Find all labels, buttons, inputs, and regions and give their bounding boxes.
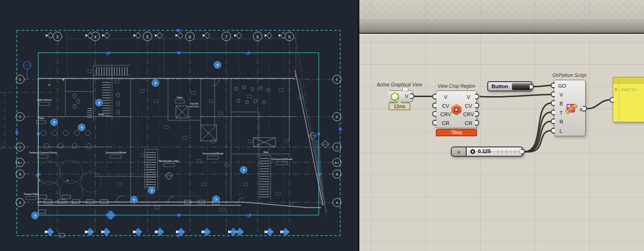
floorplan-svg: 3 4 5 6 7 8 9 EE (0, 0, 359, 251)
svg-text:Stair: Stair (98, 113, 103, 116)
crop-input-nub-cr[interactable] (432, 120, 436, 126)
svg-text:Residential Lobby: Residential Lobby (159, 160, 179, 162)
grasshopper-canvas[interactable]: Active Graphical View ↓ V 12ms View Crop… (359, 0, 644, 251)
svg-text:?: ? (80, 126, 83, 130)
python-output-a: a (580, 105, 582, 113)
wire-button-to-python-go[interactable] (534, 85, 551, 87)
svg-text:4: 4 (94, 35, 96, 39)
svg-text:D: D (19, 115, 21, 119)
active-view-node-label: Active Graphical View (376, 82, 423, 87)
panel-margin-divider (619, 77, 619, 122)
panel-item-index: 0 (615, 87, 617, 92)
view-crop-node-label: View Crop Region (433, 84, 480, 89)
crop-output-cr: CR (461, 119, 476, 127)
python-node-label: GhPython Script (546, 73, 593, 78)
python-input-b: B (560, 100, 563, 107)
svg-text:?: ? (150, 188, 153, 193)
view-crop-node[interactable]: V CV CRV CR V CV CRV CR (436, 91, 477, 128)
svg-text:Pocket Park: Pocket Park (24, 193, 38, 195)
runtime-badge-activeview: 12ms (389, 103, 410, 110)
crop-output-nub-cr[interactable] (475, 120, 479, 126)
svg-text:C: C (336, 146, 338, 149)
svg-text:Commercial/Retail: Commercial/Retail (105, 151, 126, 154)
svg-text:E: E (336, 78, 338, 81)
crop-output-cv: CV (461, 102, 476, 110)
panel-item-value: <null> (621, 87, 637, 92)
svg-text:B.1: B.1 (335, 161, 339, 164)
svg-text:?: ? (34, 214, 36, 218)
python-input-t: T (560, 109, 563, 117)
svg-text:Trash Bin: Trash Bin (189, 103, 199, 105)
set-active-view-icon: ↓ (390, 92, 399, 101)
python-input-nub-l[interactable] (551, 128, 555, 133)
svg-text:Utility: Utility (176, 96, 183, 99)
wire-crop-to-python-v[interactable] (480, 95, 551, 97)
python-input-v: V (560, 91, 563, 98)
slider-rail[interactable]: 0.125 (467, 147, 523, 156)
svg-text:and Chute: and Chute (189, 105, 199, 108)
slider-name-label: u (452, 147, 467, 156)
crop-input-v: V (438, 93, 453, 101)
python-input-nub-b[interactable] (551, 100, 555, 106)
slider-value: 0.125 (478, 148, 491, 154)
crop-input-nub-cv[interactable] (432, 103, 436, 108)
button-output-nub[interactable] (530, 84, 534, 90)
slider-ticks (498, 150, 520, 154)
crop-input-crv: CRV (438, 111, 453, 118)
crop-output-nub-cv[interactable] (475, 103, 479, 108)
svg-text:A: A (19, 201, 21, 204)
python-input-nub-r[interactable] (551, 119, 555, 124)
svg-text:Stair: Stair (263, 151, 268, 153)
slider-grip[interactable] (470, 149, 475, 154)
svg-text:?: ? (216, 63, 219, 68)
svg-text:B: B (336, 173, 338, 176)
panel-top-strip (613, 77, 644, 84)
wire-layer[interactable] (359, 0, 644, 251)
svg-text:Commercial/Retail: Commercial/Retail (272, 158, 293, 160)
app-window: 3 4 5 6 7 8 9 EE (0, 0, 644, 251)
svg-text:?: ? (215, 197, 217, 202)
revit-viewport[interactable]: 3 4 5 6 7 8 9 EE (0, 0, 359, 251)
data-panel[interactable]: 0 <null> (613, 77, 644, 122)
svg-text:8: 8 (256, 35, 259, 39)
svg-text:Commercial/Retail: Commercial/Retail (203, 152, 224, 155)
python-input-nub-v[interactable] (551, 91, 555, 97)
crop-input-nub-v[interactable] (432, 94, 436, 99)
svg-text:?: ? (53, 120, 56, 125)
crop-output-v: V (461, 93, 476, 101)
panel-input-nub[interactable] (609, 97, 614, 103)
svg-text:B.1: B.1 (18, 161, 22, 164)
svg-text:5: 5 (146, 35, 148, 39)
python-input-go: GO (558, 82, 566, 90)
python-input-nub-go[interactable] (551, 83, 555, 88)
python-input-r: R (560, 118, 563, 126)
svg-text:E: E (19, 78, 21, 81)
svg-text:Cafe Kitchen: Cafe Kitchen (37, 98, 52, 101)
runtime-badge-viewcrop: 79ms (436, 129, 477, 136)
svg-text:Outdoor Covered Dining: Outdoor Covered Dining (29, 151, 56, 154)
svg-text:7: 7 (225, 35, 227, 39)
python-node[interactable]: GO V B T R L OLD a (553, 80, 586, 136)
crop-input-nub-crv[interactable] (432, 111, 436, 117)
svg-text:B: B (19, 173, 21, 176)
svg-text:?: ? (98, 101, 100, 105)
component-tag (402, 87, 408, 91)
python-input-nub-t[interactable] (551, 110, 555, 115)
button-press-area[interactable] (512, 83, 531, 90)
svg-text:6: 6 (189, 35, 191, 39)
crop-input-cr: CR (438, 119, 453, 127)
svg-text:3: 3 (56, 35, 58, 39)
ghpython-icon: OLD (566, 103, 577, 114)
wire-python-to-panel[interactable] (588, 100, 610, 109)
svg-text:A: A (336, 201, 338, 204)
svg-text:Café: Café (38, 117, 44, 119)
svg-text:?: ? (242, 168, 245, 173)
button-label: Button (488, 82, 511, 91)
crop-input-cv: CV (438, 102, 453, 110)
active-view-output-label: V (405, 93, 408, 99)
svg-text:?: ? (133, 198, 135, 202)
python-input-l: L (560, 127, 562, 135)
button-component[interactable]: Button (487, 81, 532, 91)
number-slider[interactable]: u 0.125 (451, 146, 524, 157)
svg-text:9: 9 (288, 35, 290, 39)
